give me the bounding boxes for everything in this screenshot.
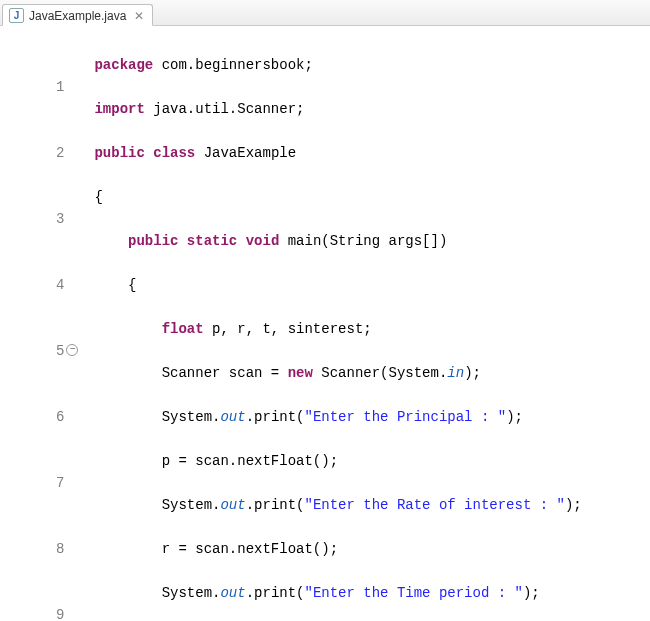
code-editor[interactable]: 1 2 3 4 5− 6 7 8 9 10 11 12 13 14 15 16 … xyxy=(0,26,650,621)
code-line[interactable]: package com.beginnersbook; xyxy=(94,54,598,76)
code-line[interactable]: float p, r, t, sinterest; xyxy=(94,318,598,340)
editor-area: J JavaExample.java ✕ 1 2 3 4 5− 6 7 8 9 … xyxy=(0,0,650,621)
java-file-icon: J xyxy=(9,8,24,23)
code-line[interactable]: import java.util.Scanner; xyxy=(94,98,598,120)
line-number: 1 xyxy=(14,76,64,98)
code-line[interactable]: public class JavaExample xyxy=(94,142,598,164)
line-number: 4 xyxy=(14,274,64,296)
code-content[interactable]: package com.beginnersbook; import java.u… xyxy=(88,32,598,621)
code-line[interactable]: System.out.print("Enter the Time period … xyxy=(94,582,598,604)
line-number-gutter: 1 2 3 4 5− 6 7 8 9 10 11 12 13 14 15 16 … xyxy=(0,32,72,621)
line-number: 6 xyxy=(14,406,64,428)
line-number: 9 xyxy=(14,604,64,621)
editor-tab-javaexample[interactable]: J JavaExample.java ✕ xyxy=(2,4,153,26)
code-line[interactable]: System.out.print("Enter the Principal : … xyxy=(94,406,598,428)
line-number: 2 xyxy=(14,142,64,164)
code-line[interactable]: Scanner scan = new Scanner(System.in); xyxy=(94,362,598,384)
line-number: 5− xyxy=(14,340,64,362)
close-icon[interactable]: ✕ xyxy=(134,9,144,23)
editor-tab-bar: J JavaExample.java ✕ xyxy=(0,0,650,26)
line-number: 8 xyxy=(14,538,64,560)
line-number: 7 xyxy=(14,472,64,494)
code-line[interactable]: System.out.print("Enter the Rate of inte… xyxy=(94,494,598,516)
line-number: 3 xyxy=(14,208,64,230)
code-line[interactable]: public static void main(String args[]) xyxy=(94,230,598,252)
editor-tab-label: JavaExample.java xyxy=(29,9,126,23)
code-line[interactable]: p = scan.nextFloat(); xyxy=(94,450,598,472)
code-line[interactable]: r = scan.nextFloat(); xyxy=(94,538,598,560)
fold-strip xyxy=(72,32,88,621)
code-line[interactable]: { xyxy=(94,274,598,296)
code-line[interactable]: { xyxy=(94,186,598,208)
